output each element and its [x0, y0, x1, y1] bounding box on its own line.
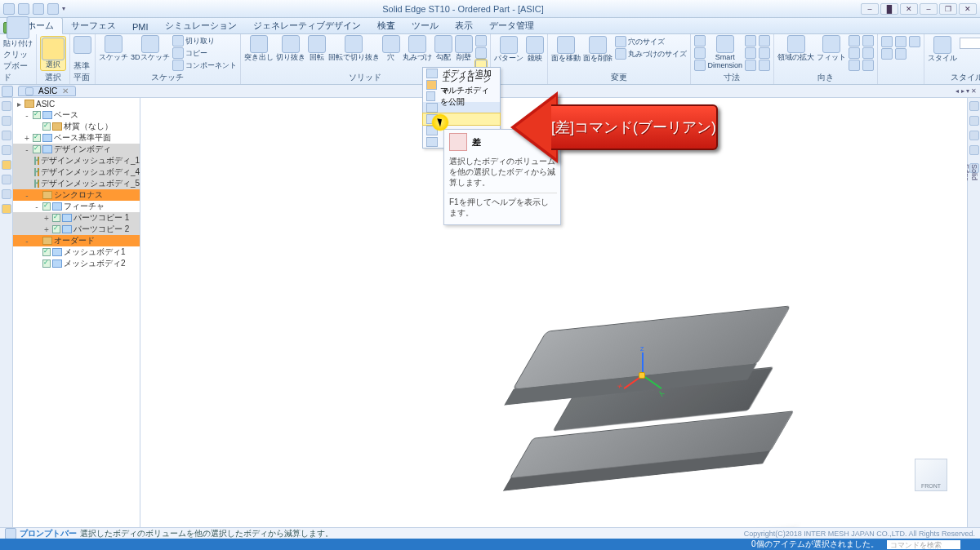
rt-icon1[interactable]	[969, 101, 979, 111]
lt-icon7[interactable]	[2, 189, 11, 199]
mirror-button[interactable]: 鏡映	[526, 36, 544, 63]
revolve-button[interactable]: 回転	[308, 35, 326, 62]
lt-icon1[interactable]	[2, 101, 11, 111]
style-combo[interactable]	[960, 38, 980, 49]
tree-item[interactable]: +ベース基準平面	[13, 132, 140, 144]
rt-icon4[interactable]	[969, 145, 979, 155]
draft-button[interactable]: 勾配	[434, 35, 452, 62]
command-search[interactable]: コマンドを検索	[887, 540, 960, 549]
moveface-button[interactable]: 面を移動	[551, 36, 581, 63]
close-button[interactable]: ✕	[900, 3, 918, 15]
tab-data[interactable]: データ管理	[481, 18, 542, 33]
tree-item[interactable]: メッシュボディ1	[13, 246, 140, 258]
dim-icon2[interactable]	[694, 47, 706, 59]
tab-pmi[interactable]: PMI	[124, 20, 157, 33]
sh-icon[interactable]	[881, 36, 893, 47]
sh-icon4[interactable]	[895, 48, 906, 60]
sketch3d-button[interactable]: 3Dスケッチ	[131, 35, 170, 62]
tab-tools[interactable]: ツール	[403, 18, 447, 33]
shell-button[interactable]: 削壁	[455, 35, 473, 62]
solid-more[interactable]	[475, 35, 487, 71]
hole-button[interactable]: 穴	[382, 35, 400, 62]
tree-item[interactable]: デザインメッシュボディ_1	[13, 155, 140, 166]
orient-icon5[interactable]	[862, 47, 874, 59]
dim-icon[interactable]	[694, 35, 706, 47]
roundsize-button[interactable]: 丸みづけのサイズ	[615, 48, 687, 60]
redo-icon[interactable]	[47, 3, 59, 15]
nav-cube[interactable]: FRONT	[915, 459, 947, 491]
tree-item[interactable]: +パーツコピー 2	[13, 224, 140, 235]
tree-item[interactable]: -デザインボディ	[13, 144, 140, 155]
save-icon[interactable]	[18, 3, 29, 15]
plane-button[interactable]	[74, 36, 91, 54]
doc-tab-asic[interactable]: ASIC ✕	[18, 86, 76, 96]
child-max-button[interactable]: ❐	[939, 3, 957, 15]
menu-subtract[interactable]	[423, 113, 500, 125]
sh-icon3[interactable]	[895, 36, 906, 47]
pathfinder-icon[interactable]	[2, 86, 13, 97]
doc-tab-controls[interactable]: ◂ ▸ ▾ ✕	[956, 87, 980, 95]
paste-button[interactable]: 貼り付け	[3, 16, 33, 48]
tab-view[interactable]: 表示	[447, 18, 481, 33]
copy-button[interactable]: コピー	[172, 47, 237, 59]
orient-icon[interactable]	[849, 35, 860, 47]
tab-inspect[interactable]: 検査	[369, 18, 403, 33]
tree-item[interactable]: デザインメッシュボディ_4	[13, 166, 140, 178]
dim-icon9[interactable]	[759, 60, 770, 71]
style-button[interactable]: スタイル	[928, 36, 957, 63]
child-close-button[interactable]: ✕	[959, 3, 977, 15]
model-body[interactable]	[492, 318, 777, 481]
cut-button[interactable]: 切り取り	[172, 35, 237, 47]
dim-icon6[interactable]	[745, 60, 756, 71]
tree-item[interactable]: -シンクロナス	[13, 189, 140, 201]
rt-icon2[interactable]	[969, 116, 979, 126]
dim-icon3[interactable]	[694, 60, 706, 71]
tree-root[interactable]: ▸ASIC	[13, 98, 140, 109]
sketch-button[interactable]: スケッチ	[99, 35, 128, 62]
dim-icon8[interactable]	[759, 47, 770, 59]
smartdim-button[interactable]: Smart Dimension	[708, 35, 743, 70]
holesize-button[interactable]: 穴のサイズ	[615, 36, 687, 47]
pathfinder-tree[interactable]: ▸ASIC -ベース材質（なし）+ベース基準平面-デザインボディデザインメッシュ…	[13, 98, 140, 527]
tree-item[interactable]: -ベース	[13, 109, 140, 121]
tree-item[interactable]: メッシュボディ2	[13, 258, 140, 269]
close-icon[interactable]: ✕	[62, 86, 69, 95]
cutout-button[interactable]: 切り抜き	[276, 35, 305, 62]
tree-item[interactable]: -オーダード	[13, 235, 140, 246]
orient-icon4[interactable]	[862, 35, 874, 47]
dim-icon5[interactable]	[745, 47, 756, 59]
dim-icon4[interactable]	[745, 35, 756, 47]
tree-item[interactable]: デザインメッシュボディ_5	[13, 178, 140, 189]
lt-icon3[interactable]	[2, 131, 11, 140]
lt-icon5[interactable]	[2, 160, 11, 170]
component-button[interactable]: コンポーネント	[172, 60, 237, 71]
tree-item[interactable]: 材質（なし）	[13, 121, 140, 132]
tab-generative[interactable]: ジェネレーティブデザイン	[245, 18, 369, 33]
sh-icon2[interactable]	[881, 48, 893, 60]
tree-item[interactable]: -フィーチャ	[13, 201, 140, 212]
zoomregion-button[interactable]: 領域の拡大	[777, 35, 814, 62]
lt-icon6[interactable]	[2, 175, 11, 184]
undo-icon[interactable]	[33, 3, 44, 15]
round-button[interactable]: 丸みづけ	[403, 35, 432, 62]
lt-icon8[interactable]	[2, 204, 11, 214]
orient-icon2[interactable]	[849, 47, 860, 59]
child-min-button[interactable]: –	[920, 3, 938, 15]
menu-publish-multibody[interactable]: マルチボディを公開	[423, 91, 500, 102]
pattern-button[interactable]: パターン	[494, 36, 523, 63]
revolvecut-button[interactable]: 回転で切り抜き	[328, 35, 380, 62]
orient-icon3[interactable]	[849, 60, 860, 71]
lt-icon2[interactable]	[2, 116, 11, 126]
select-button[interactable]: 選択	[40, 36, 66, 71]
tree-item[interactable]: +パーツコピー 1	[13, 212, 140, 224]
tab-surface[interactable]: サーフェス	[63, 18, 124, 33]
deleteface-button[interactable]: 面を削除	[583, 36, 612, 63]
minimize-button[interactable]: –	[861, 3, 879, 15]
tab-simulation[interactable]: シミュレーション	[157, 18, 245, 33]
extrude-button[interactable]: 突き出し	[244, 35, 274, 62]
lt-icon4[interactable]	[2, 145, 11, 155]
dim-icon7[interactable]	[759, 35, 770, 47]
rt-icon3[interactable]	[969, 131, 979, 140]
maximize-button[interactable]: █	[880, 3, 898, 15]
orient-icon6[interactable]	[862, 60, 874, 71]
